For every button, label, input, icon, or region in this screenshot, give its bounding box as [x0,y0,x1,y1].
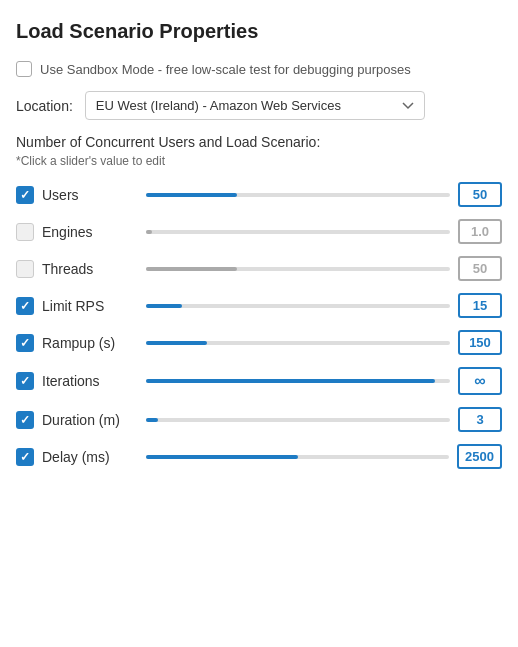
label-duration: Duration (m) [42,412,142,428]
location-label: Location: [16,98,73,114]
value-box-iterations[interactable]: ∞ [458,367,502,395]
label-delay: Delay (ms) [42,449,142,465]
slider-container-delay [146,455,449,459]
click-hint: *Click a slider's value to edit [16,154,502,168]
label-threads: Threads [42,261,142,277]
slider-container-engines [146,230,450,234]
slider-track-users[interactable] [146,193,450,197]
value-box-users[interactable]: 50 [458,182,502,207]
slider-track-limit-rps[interactable] [146,304,450,308]
label-users: Users [42,187,142,203]
slider-row-rampup: Rampup (s)150 [16,330,502,355]
slider-row-delay: Delay (ms)2500 [16,444,502,469]
slider-track-delay[interactable] [146,455,449,459]
slider-fill-limit-rps [146,304,182,308]
sandbox-checkbox[interactable] [16,61,32,77]
label-rampup: Rampup (s) [42,335,142,351]
checkbox-delay[interactable] [16,448,34,466]
value-box-rampup[interactable]: 150 [458,330,502,355]
slider-row-threads: Threads50 [16,256,502,281]
slider-row-users: Users50 [16,182,502,207]
checkbox-rampup[interactable] [16,334,34,352]
slider-fill-iterations [146,379,435,383]
label-limit-rps: Limit RPS [42,298,142,314]
value-box-duration[interactable]: 3 [458,407,502,432]
slider-container-limit-rps [146,304,450,308]
slider-container-threads [146,267,450,271]
checkbox-duration[interactable] [16,411,34,429]
sandbox-label: Use Sandbox Mode - free low-scale test f… [40,62,411,77]
slider-row-iterations: Iterations∞ [16,367,502,395]
slider-container-users [146,193,450,197]
slider-fill-threads [146,267,237,271]
checkbox-engines[interactable] [16,223,34,241]
slider-container-rampup [146,341,450,345]
slider-track-iterations[interactable] [146,379,450,383]
value-box-engines[interactable]: 1.0 [458,219,502,244]
label-iterations: Iterations [42,373,142,389]
value-box-delay[interactable]: 2500 [457,444,502,469]
label-engines: Engines [42,224,142,240]
slider-fill-engines [146,230,152,234]
slider-container-iterations [146,379,450,383]
location-row: Location: EU West (Ireland) - Amazon Web… [16,91,502,120]
checkbox-iterations[interactable] [16,372,34,390]
slider-row-duration: Duration (m)3 [16,407,502,432]
page-title: Load Scenario Properties [16,20,502,43]
slider-row-engines: Engines1.0 [16,219,502,244]
checkbox-users[interactable] [16,186,34,204]
slider-fill-duration [146,418,158,422]
slider-container-duration [146,418,450,422]
slider-fill-rampup [146,341,207,345]
slider-track-threads[interactable] [146,267,450,271]
checkbox-limit-rps[interactable] [16,297,34,315]
slider-track-duration[interactable] [146,418,450,422]
value-box-threads[interactable]: 50 [458,256,502,281]
slider-track-engines[interactable] [146,230,450,234]
slider-track-rampup[interactable] [146,341,450,345]
sandbox-row: Use Sandbox Mode - free low-scale test f… [16,61,502,77]
slider-fill-users [146,193,237,197]
checkbox-threads[interactable] [16,260,34,278]
location-select[interactable]: EU West (Ireland) - Amazon Web Services … [85,91,425,120]
slider-rows-container: Users50Engines1.0Threads50Limit RPS15Ram… [16,182,502,469]
slider-fill-delay [146,455,298,459]
slider-row-limit-rps: Limit RPS15 [16,293,502,318]
concurrent-label: Number of Concurrent Users and Load Scen… [16,134,502,150]
value-box-limit-rps[interactable]: 15 [458,293,502,318]
